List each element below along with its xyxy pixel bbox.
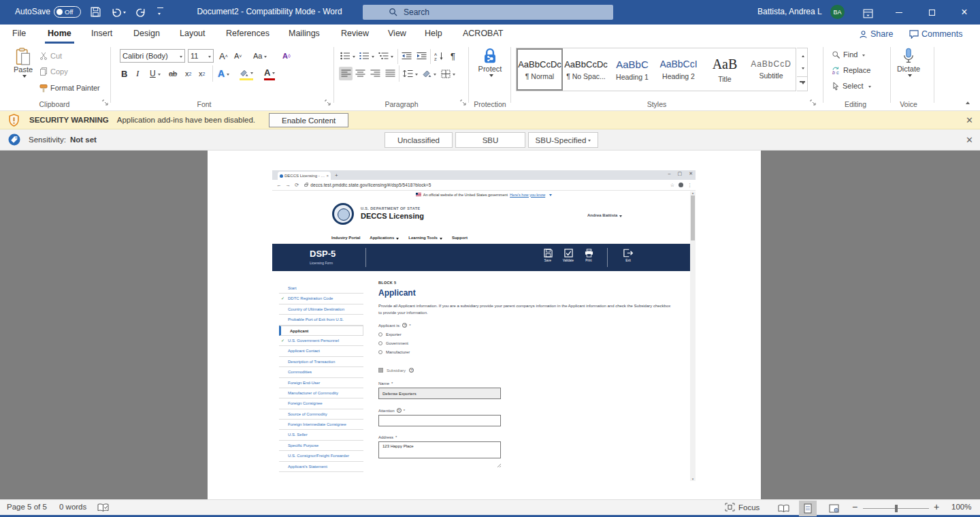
- section-description-of-transaction[interactable]: ✓Description of Transaction: [279, 357, 363, 367]
- browser-maximize-icon[interactable]: ▢: [678, 171, 683, 176]
- undo-dropdown-caret[interactable]: [123, 12, 126, 15]
- focus-button[interactable]: Focus: [725, 503, 760, 512]
- underline-button[interactable]: U: [150, 67, 161, 80]
- replace-button[interactable]: Replace: [832, 63, 870, 77]
- textarea-resize-grip[interactable]: [497, 464, 501, 467]
- bold-button[interactable]: B: [121, 67, 127, 80]
- print-layout-button[interactable]: [799, 501, 817, 516]
- italic-button[interactable]: I: [136, 67, 139, 80]
- radio-icon[interactable]: [378, 350, 382, 354]
- dictate-dropdown-caret[interactable]: [908, 74, 912, 79]
- protect-dropdown-caret[interactable]: [489, 74, 493, 79]
- print-form-button[interactable]: Print: [578, 249, 599, 262]
- nav-applications[interactable]: Applications: [370, 236, 399, 240]
- section-applicants-statement[interactable]: ✓Applicant's Statement: [279, 462, 363, 472]
- section-foreign-end-user[interactable]: ✓Foreign End-User: [279, 378, 363, 388]
- nav-industry-portal[interactable]: Industry Portal: [331, 236, 360, 240]
- scroll-up-icon[interactable]: ▴: [691, 191, 695, 195]
- clear-formatting-button[interactable]: A◊: [282, 49, 291, 63]
- font-color-button[interactable]: A: [264, 67, 275, 80]
- multilevel-list-button[interactable]: [378, 49, 393, 63]
- maximize-button[interactable]: [920, 0, 943, 25]
- heres-how-you-know-link[interactable]: Here's how you know: [510, 193, 545, 197]
- text-highlight-button[interactable]: [240, 67, 253, 80]
- zoom-out-button[interactable]: −: [852, 501, 858, 512]
- decrease-indent-button[interactable]: [402, 49, 412, 63]
- font-dialog-launcher[interactable]: [325, 99, 331, 106]
- back-icon[interactable]: ←: [276, 182, 282, 188]
- undo-button[interactable]: [110, 5, 126, 18]
- section-source-of-commodity[interactable]: ✓Source of Commodity: [279, 409, 363, 420]
- share-button[interactable]: Share: [859, 27, 893, 42]
- font-size-select[interactable]: 11: [188, 49, 214, 63]
- format-painter-button[interactable]: Format Painter: [39, 81, 100, 95]
- name-input[interactable]: [378, 388, 501, 399]
- validate-form-button[interactable]: Validate: [558, 249, 578, 262]
- styles-dialog-launcher[interactable]: [810, 99, 816, 106]
- url-text[interactable]: deccs.test.pmddtc.state.gov/licensing/#/…: [310, 183, 431, 187]
- shrink-font-button[interactable]: A˅: [234, 49, 242, 63]
- page-indicator[interactable]: Page 5 of 5: [7, 503, 47, 511]
- browser-menu-icon[interactable]: ⋮: [687, 183, 692, 188]
- show-hide-marks-button[interactable]: ¶: [451, 49, 455, 63]
- numbering-button[interactable]: [359, 49, 374, 63]
- superscript-button[interactable]: x2: [199, 67, 205, 80]
- protect-button[interactable]: Protect: [474, 48, 506, 78]
- forward-icon[interactable]: →: [286, 182, 291, 188]
- styles-scroll-up-button[interactable]: [797, 48, 807, 62]
- styles-scroll-down-button[interactable]: [797, 62, 807, 76]
- line-spacing-button[interactable]: [403, 67, 418, 80]
- change-case-button[interactable]: Aa: [253, 49, 267, 63]
- styles-more-button[interactable]: [797, 76, 807, 91]
- tab-mailings[interactable]: Mailings: [286, 25, 323, 44]
- section-us-government-personnel[interactable]: ✓U.S. Government Personnel: [279, 336, 363, 346]
- paste-button[interactable]: Paste: [10, 48, 37, 78]
- collapse-ribbon-button[interactable]: [966, 99, 970, 104]
- help-icon[interactable]: [397, 408, 402, 413]
- style-subtitle[interactable]: AaBbCcDSubtitle: [748, 48, 794, 91]
- tab-home[interactable]: Home: [45, 25, 74, 44]
- exit-form-button[interactable]: Exit: [618, 249, 638, 262]
- scrollbar-thumb[interactable]: [691, 195, 695, 240]
- clipboard-dialog-launcher[interactable]: [102, 99, 108, 106]
- bullets-button[interactable]: [340, 49, 355, 63]
- nav-support[interactable]: Support: [452, 236, 468, 240]
- ribbon-display-options-button[interactable]: [863, 7, 873, 19]
- font-family-select[interactable]: Calibri (Body): [120, 49, 185, 63]
- tab-view[interactable]: View: [385, 25, 409, 44]
- autosave-toggle[interactable]: Off: [54, 6, 81, 18]
- align-left-button[interactable]: [339, 67, 353, 80]
- radio-government[interactable]: Government: [378, 341, 678, 345]
- style-normal[interactable]: AaBbCcDc¶ Normal: [517, 48, 563, 91]
- embedded-screenshot[interactable]: DECCS Licensing - U.S. Departm × + – ▢ ✕…: [272, 170, 696, 481]
- profile-icon[interactable]: [679, 183, 683, 187]
- subscript-button[interactable]: x2: [185, 67, 191, 80]
- radio-exporter[interactable]: Exporter: [378, 332, 678, 336]
- comments-button[interactable]: Comments: [909, 27, 962, 42]
- save-button[interactable]: [91, 5, 101, 18]
- reload-icon[interactable]: ⟳: [295, 182, 299, 188]
- close-button[interactable]: ×: [953, 0, 976, 25]
- scroll-down-icon[interactable]: ▾: [691, 477, 695, 481]
- section-us-consignor-freight-forwarder[interactable]: ✓U.S. Consignor/Freight Forwarder: [279, 451, 363, 461]
- sort-button[interactable]: [434, 49, 444, 63]
- cut-button[interactable]: Cut: [39, 49, 62, 63]
- redo-button[interactable]: [136, 5, 147, 18]
- browser-tab[interactable]: DECCS Licensing - U.S. Departm ×: [278, 172, 331, 180]
- section-commodities[interactable]: ✓Commodities: [279, 367, 363, 377]
- justify-button[interactable]: [385, 67, 395, 80]
- section-applicant-contact[interactable]: ✓Applicant Contact: [279, 346, 363, 356]
- browser-close-icon[interactable]: ✕: [689, 171, 693, 176]
- tab-close-icon[interactable]: ×: [326, 174, 329, 178]
- word-count[interactable]: 0 words: [59, 503, 86, 511]
- section-applicant[interactable]: ✓Applicant: [279, 326, 363, 336]
- section-country-of-ultimate-destination[interactable]: ✓Country of Ultimate Destination: [279, 304, 363, 315]
- section-foreign-consignee[interactable]: ✓Foreign Consignee: [279, 398, 363, 409]
- section-specific-purpose[interactable]: ✓Specific Purpose: [279, 441, 363, 451]
- avatar[interactable]: BA: [830, 5, 845, 19]
- nav-learning-tools[interactable]: Learning Tools: [408, 236, 442, 240]
- section-us-seller[interactable]: ✓U.S. Seller: [279, 430, 363, 440]
- radio-manufacturer[interactable]: Manufacturer: [378, 350, 678, 354]
- style-heading-1[interactable]: AaBbCHeading 1: [609, 48, 655, 91]
- user-name[interactable]: Battista, Andrea L: [757, 7, 822, 16]
